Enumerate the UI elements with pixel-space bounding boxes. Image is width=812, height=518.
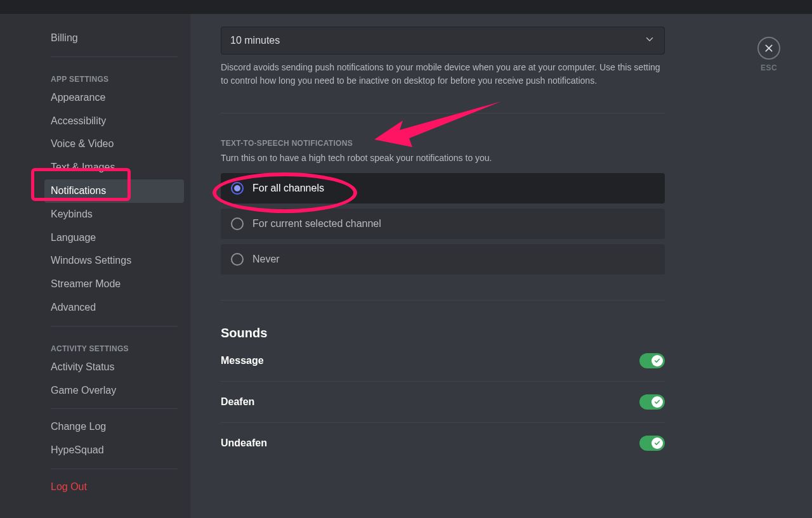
sidebar-divider bbox=[51, 408, 178, 409]
check-icon bbox=[654, 399, 660, 405]
sidebar-item-accessibility[interactable]: Accessibility bbox=[44, 110, 184, 133]
sound-row-undeafen: Undeafen bbox=[221, 423, 665, 463]
close-icon bbox=[764, 43, 774, 53]
sidebar-item-logout[interactable]: Log Out bbox=[44, 476, 184, 499]
sidebar-item-label: Billing bbox=[51, 32, 78, 43]
sidebar-item-label: Change Log bbox=[51, 421, 106, 432]
check-icon bbox=[654, 440, 660, 446]
tts-option-all-channels[interactable]: For all channels bbox=[221, 173, 665, 204]
sounds-section-title: Sounds bbox=[221, 326, 665, 340]
select-value: 10 minutes bbox=[230, 35, 280, 46]
sidebar-item-streamer-mode[interactable]: Streamer Mode bbox=[44, 273, 184, 296]
sidebar-item-label: Windows Settings bbox=[51, 255, 131, 266]
notifications-settings-content: 10 minutes Discord avoids sending push n… bbox=[195, 14, 690, 518]
radio-icon bbox=[231, 182, 244, 195]
sidebar-item-notifications[interactable]: Notifications bbox=[44, 179, 184, 203]
sidebar-item-text-images[interactable]: Text & Images bbox=[44, 156, 184, 179]
sidebar-divider bbox=[51, 326, 178, 327]
sidebar-item-windows-settings[interactable]: Windows Settings bbox=[44, 249, 184, 273]
radio-icon bbox=[231, 253, 244, 266]
close-button[interactable] bbox=[757, 37, 780, 60]
sidebar-divider bbox=[51, 56, 178, 57]
close-label: ESC bbox=[757, 63, 780, 72]
sidebar-item-change-log[interactable]: Change Log bbox=[44, 415, 184, 439]
sidebar-item-hypesquad[interactable]: HypeSquad bbox=[44, 439, 184, 462]
radio-label: For all channels bbox=[252, 183, 324, 194]
radio-label: Never bbox=[252, 254, 280, 265]
section-divider bbox=[221, 300, 665, 301]
tts-option-never[interactable]: Never bbox=[221, 244, 665, 275]
toggle-thumb bbox=[652, 437, 663, 449]
sidebar-item-label: Streamer Mode bbox=[51, 278, 121, 289]
sidebar-item-label: Activity Status bbox=[51, 361, 114, 372]
sidebar-item-label: Game Overlay bbox=[51, 385, 116, 396]
toggle-thumb bbox=[652, 355, 663, 366]
inactive-timeout-helper: Discord avoids sending push notification… bbox=[221, 61, 665, 87]
sidebar-divider bbox=[51, 469, 178, 469]
section-divider bbox=[221, 113, 665, 113]
sidebar-item-language[interactable]: Language bbox=[44, 226, 184, 250]
settings-sidebar: Billing App Settings Appearance Accessib… bbox=[38, 14, 190, 518]
sound-label: Undeafen bbox=[221, 437, 267, 449]
sound-label: Message bbox=[221, 355, 264, 366]
tts-section-header: Text-to-Speech Notifications bbox=[221, 139, 665, 148]
tts-radio-group: For all channels For current selected ch… bbox=[221, 173, 665, 275]
sidebar-item-label: HypeSquad bbox=[51, 444, 104, 455]
sidebar-item-billing[interactable]: Billing bbox=[44, 27, 184, 50]
sidebar-item-label: Text & Images bbox=[51, 162, 115, 172]
close-settings-area: ESC bbox=[757, 37, 780, 72]
sidebar-item-activity-status[interactable]: Activity Status bbox=[44, 356, 184, 379]
sidebar-item-label: Notifications bbox=[51, 185, 106, 196]
check-icon bbox=[654, 358, 660, 364]
sidebar-item-appearance[interactable]: Appearance bbox=[44, 86, 184, 110]
radio-icon bbox=[231, 217, 244, 230]
radio-label: For current selected channel bbox=[252, 218, 381, 230]
sidebar-item-label: Appearance bbox=[51, 92, 105, 103]
inactive-timeout-select[interactable]: 10 minutes bbox=[221, 27, 665, 55]
sidebar-item-game-overlay[interactable]: Game Overlay bbox=[44, 379, 184, 403]
window-titlebar bbox=[0, 0, 812, 14]
tts-option-current-channel[interactable]: For current selected channel bbox=[221, 209, 665, 239]
settings-sidebar-container: Billing App Settings Appearance Accessib… bbox=[0, 14, 190, 518]
sound-label: Deafen bbox=[221, 396, 254, 408]
sidebar-item-voice-video[interactable]: Voice & Video bbox=[44, 133, 184, 156]
sidebar-item-label: Log Out bbox=[51, 481, 87, 492]
sound-toggle-message[interactable] bbox=[639, 353, 665, 368]
sidebar-item-label: Advanced bbox=[51, 302, 96, 313]
sound-row-deafen: Deafen bbox=[221, 382, 665, 423]
sidebar-item-label: Accessibility bbox=[51, 115, 106, 126]
chevron-down-icon bbox=[644, 34, 655, 48]
sidebar-header-app-settings: App Settings bbox=[44, 63, 184, 86]
sidebar-item-advanced[interactable]: Advanced bbox=[44, 296, 184, 320]
sidebar-item-label: Keybinds bbox=[51, 209, 93, 219]
sidebar-item-label: Language bbox=[51, 232, 96, 243]
toggle-thumb bbox=[652, 396, 663, 408]
sound-toggle-deafen[interactable] bbox=[639, 394, 665, 410]
settings-content-area: ESC 10 minutes Discord avoids sending pu… bbox=[190, 14, 812, 518]
sidebar-header-activity-settings: Activity Settings bbox=[44, 333, 184, 356]
sidebar-item-label: Voice & Video bbox=[51, 138, 114, 149]
tts-section-subtext: Turn this on to have a high tech robot s… bbox=[221, 153, 665, 163]
sound-row-message: Message bbox=[221, 340, 665, 382]
sound-toggle-undeafen[interactable] bbox=[639, 436, 665, 451]
sidebar-item-keybinds[interactable]: Keybinds bbox=[44, 203, 184, 226]
